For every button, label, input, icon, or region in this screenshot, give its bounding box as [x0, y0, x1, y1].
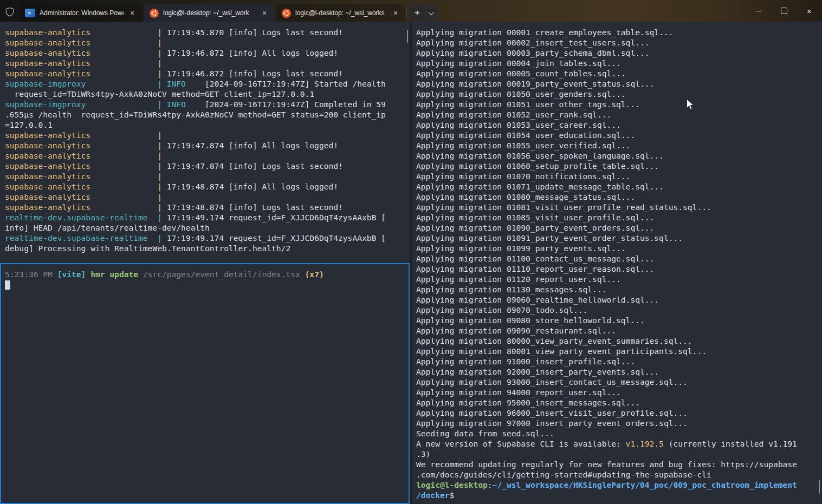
close-tab-icon[interactable]: × [391, 9, 400, 17]
terminal-row: supabase-analytics | [5, 58, 410, 68]
maximize-icon [781, 8, 787, 14]
new-tab-group: + [410, 5, 438, 21]
terminal-row: request_id=TDiWRs4tpy-AxkA0zNoCV method=… [5, 89, 410, 99]
terminal-text-segment: supabase-analytics | [5, 182, 162, 191]
terminal-text-segment: Applying migration 01120_report_user.sql… [416, 274, 621, 284]
terminal-text-segment: realtime-dev.supabase-realtime | [5, 213, 162, 222]
chevron-down-icon [428, 9, 434, 15]
terminal-row: Applying migration 01099_party_events.sq… [416, 243, 822, 253]
terminal-text-segment: 5:23:36 PM [5, 270, 57, 279]
terminal-text-segment: (x7) [305, 270, 324, 279]
tab-wsl-2[interactable]: logic@l-desktop: ~/_wsl_works × [276, 4, 405, 22]
terminal-text-segment: Applying migration 01060_setup_profile_t… [416, 161, 659, 171]
terminal-row: Applying migration 09080_store_helloworl… [416, 315, 822, 325]
terminal-text-segment: Applying migration 00001_create_employee… [416, 28, 673, 37]
ubuntu-icon [282, 9, 291, 18]
terminal-text-segment: .com/docs/guides/cli/getting-started#upd… [416, 470, 711, 479]
terminal-text-segment: 17:19:48.874 [info] Logs last second! [162, 202, 343, 212]
terminal-text-segment: Applying migration 09090_restaurant.sql.… [416, 326, 616, 335]
terminal-text-segment: 17:19:46.872 [info] All logs logged! [162, 48, 338, 57]
mouse-cursor [686, 99, 694, 110]
terminal-text-segment: Applying migration 01070_notifications.s… [416, 172, 630, 181]
minimize-button[interactable] [746, 0, 771, 22]
terminal-text-segment: 17:19:45.870 [info] Logs last second! [162, 28, 343, 37]
terminal-text-segment: Applying migration 91000_insert_profile.… [416, 357, 635, 366]
terminal-row: Applying migration 00003_party_schema_db… [416, 48, 822, 58]
terminal-text-segment: Applying migration 97000_insert_party_ev… [416, 418, 688, 428]
terminal-text-segment: 17:19:47.874 [info] All logs logged! [162, 141, 338, 150]
terminal-row: supabase-analytics | [5, 130, 410, 140]
tab-wsl-active[interactable]: logic@l-desktop: ~/_wsl_work × [144, 4, 274, 22]
terminal-row: debug] Processing with RealtimeWeb.Tenan… [5, 243, 410, 253]
terminal-row: Applying migration 01110_report_user_rea… [416, 264, 822, 274]
pane-docker-logs[interactable]: supabase-analytics | 17:19:45.870 [info]… [0, 22, 410, 263]
terminal-text-segment: Applying migration 01090_party_event_ord… [416, 223, 654, 232]
terminal-text-segment: supabase-analytics | [5, 151, 162, 160]
terminal-row: Applying migration 01130_messages.sql... [416, 284, 822, 294]
terminal-workspace: supabase-analytics | 17:19:45.870 [info]… [0, 22, 822, 504]
terminal-row: Applying migration 96000_insert_visit_us… [416, 408, 822, 418]
maximize-button[interactable] [771, 0, 797, 22]
terminal-row [5, 279, 409, 290]
admin-shield-icon [5, 7, 15, 17]
terminal-text-segment: (currently installed v1.191 [664, 439, 797, 448]
terminal-row: /docker$ [416, 490, 822, 500]
terminal-row: Applying migration 01085_visit_user_prof… [416, 212, 822, 222]
terminal-row: .655µs /health request_id=TDiWRs4tpy-Axk… [5, 109, 410, 120]
terminal-row: Applying migration 01051_user_other_tags… [416, 99, 822, 109]
terminal-row: Applying migration 91000_insert_profile.… [416, 356, 822, 366]
new-tab-button[interactable]: + [410, 8, 425, 18]
terminal-row: =127.0.0.1 [5, 120, 410, 130]
terminal-text-segment: 17:19:48.874 [info] All logs logged! [162, 182, 338, 191]
terminal-row: supabase-analytics | [5, 192, 410, 202]
terminal-row: Applying migration 00002_insert_test_use… [416, 37, 822, 48]
tab-title: logic@l-desktop: ~/_wsl_work [163, 9, 256, 17]
terminal-text-segment: supabase-analytics | [5, 202, 162, 212]
terminal-row: Applying migration 97000_insert_party_ev… [416, 418, 822, 428]
tab-row-separator [406, 8, 406, 17]
terminal-text-segment: We recommend updating regularly for new … [416, 460, 797, 469]
terminal-text-segment: Applying migration 01081_visit_user_prof… [416, 202, 711, 212]
tab-powershell[interactable]: >_ Administrator: Windows Power × [20, 4, 142, 22]
terminal-row: logic@l-desktop:~/_wsl_workspace/HKSingl… [416, 480, 822, 490]
terminal-text-segment: Applying migration 01080_message_status.… [416, 192, 635, 201]
terminal-text-segment: Applying migration 01052_user_rank.sql..… [416, 110, 611, 119]
tab-dropdown-button[interactable] [425, 5, 437, 21]
terminal-text-segment: 17:19:47.874 [info] Logs last second! [162, 161, 343, 171]
terminal-row: Applying migration 01081_visit_user_prof… [416, 202, 822, 212]
terminal-row: Applying migration 01091_party_event_ord… [416, 233, 822, 243]
scrollbar-thumb[interactable] [819, 480, 820, 494]
terminal-row: Applying migration 01080_message_status.… [416, 192, 822, 202]
terminal-row: supabase-analytics | 17:19:46.872 [info]… [5, 68, 410, 78]
terminal-row: supabase-analytics | 17:19:45.870 [info]… [5, 27, 410, 37]
terminal-text-segment: Applying migration 09070_todo.sql... [416, 305, 587, 315]
title-bar[interactable]: >_ Administrator: Windows Power × logic@… [0, 0, 822, 22]
terminal-text-segment: Applying migration 01056_user_spoken_lan… [416, 151, 664, 160]
terminal-text-segment: supabase-analytics | [5, 161, 162, 171]
terminal-text-segment: Applying migration 01110_report_user_rea… [416, 264, 654, 273]
terminal-text-segment: Applying migration 00004_join_tables.sql… [416, 58, 621, 68]
close-button[interactable]: × [797, 0, 822, 22]
terminal-text-segment: supabase-imgproxy | INFO [5, 100, 205, 109]
close-tab-icon[interactable]: × [260, 9, 269, 17]
scrollbar-thumb[interactable] [407, 30, 408, 43]
terminal-text-segment: : [488, 480, 493, 489]
terminal-row: Applying migration 95000_insert_messages… [416, 397, 822, 408]
terminal-text-segment: logic@l-desktop [416, 480, 488, 489]
terminal-row: supabase-analytics | 17:19:48.874 [info]… [5, 202, 410, 212]
terminal-text-segment: supabase-analytics | [5, 192, 162, 201]
pane-supabase-migrations[interactable]: Applying migration 00001_create_employee… [412, 22, 822, 504]
terminal-text-segment: Applying migration 95000_insert_messages… [416, 398, 640, 407]
terminal-text-segment: Applying migration 01053_user_career.sql… [416, 120, 621, 129]
terminal-text-segment: 17:19:49.174 request_id=F_XJJCD6DqT4zysA… [162, 213, 386, 222]
terminal-text-segment: supabase-analytics | [5, 141, 162, 150]
terminal-text-segment: Seeding data from seed.sql... [416, 429, 554, 438]
close-tab-icon[interactable]: × [128, 9, 137, 17]
terminal-text-segment: /src/pages/event_detail/index.tsx [138, 270, 305, 279]
terminal-text-segment: Applying migration 92000_insert_party_ev… [416, 367, 659, 376]
pane-vite-focused[interactable]: 5:23:36 PM [vite] hmr update /src/pages/… [0, 263, 410, 504]
terminal-text-segment: Applying migration 01050_user_genders.sq… [416, 89, 626, 99]
terminal-row: Seeding data from seed.sql... [416, 428, 822, 438]
windows-terminal-window: >_ Administrator: Windows Power × logic@… [0, 0, 822, 504]
terminal-row: Applying migration 09060_realtime_hellow… [416, 294, 822, 305]
